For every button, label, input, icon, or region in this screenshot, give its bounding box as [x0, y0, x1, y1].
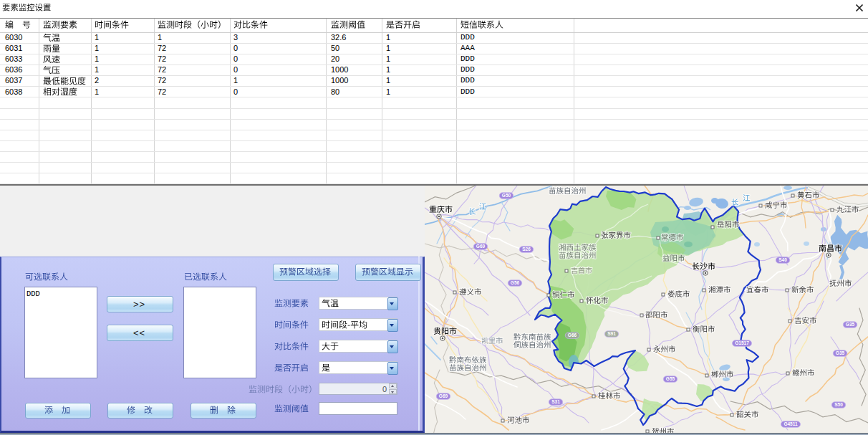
svg-text:S50: S50: [834, 402, 843, 407]
svg-text:G55: G55: [666, 376, 675, 381]
svg-text:S91: S91: [607, 331, 616, 336]
svg-text:S40: S40: [778, 257, 787, 262]
svg-text:G66: G66: [568, 333, 577, 338]
svg-text:G69: G69: [439, 393, 448, 398]
svg-text:G35: G35: [846, 322, 855, 327]
svg-text:G35: G35: [836, 350, 845, 355]
svg-text:G50: G50: [502, 193, 511, 198]
svg-text:G4511: G4511: [783, 421, 798, 426]
svg-text:S31: S31: [551, 399, 560, 404]
svg-text:G1517: G1517: [735, 340, 749, 345]
svg-text:G69: G69: [476, 244, 486, 249]
svg-text:G56: G56: [511, 280, 520, 285]
svg-text:S26: S26: [522, 247, 531, 252]
